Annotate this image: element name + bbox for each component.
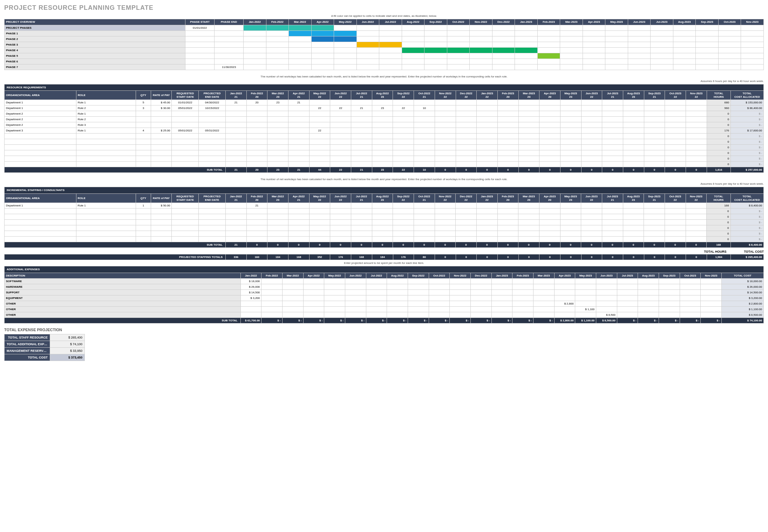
workday-cell[interactable] bbox=[581, 139, 602, 145]
workday-cell[interactable] bbox=[372, 122, 393, 128]
expense-cell[interactable] bbox=[282, 301, 303, 307]
gantt-cell[interactable] bbox=[605, 53, 628, 59]
expense-cell[interactable] bbox=[659, 290, 680, 295]
workday-cell[interactable] bbox=[288, 117, 310, 122]
gantt-cell[interactable] bbox=[379, 64, 402, 70]
gantt-cell[interactable] bbox=[628, 42, 651, 47]
workday-cell[interactable] bbox=[518, 214, 539, 220]
workday-cell[interactable] bbox=[686, 105, 707, 111]
gantt-cell[interactable] bbox=[537, 30, 560, 36]
workday-cell[interactable] bbox=[288, 139, 310, 145]
workday-cell[interactable] bbox=[456, 111, 477, 117]
expense-cell[interactable] bbox=[282, 290, 303, 295]
workday-cell[interactable] bbox=[372, 162, 393, 167]
expense-cell[interactable] bbox=[261, 307, 283, 312]
rate-cell[interactable] bbox=[151, 225, 172, 231]
expense-cell[interactable] bbox=[533, 279, 555, 284]
workday-cell[interactable] bbox=[351, 231, 372, 237]
workday-cell[interactable] bbox=[518, 231, 539, 237]
workday-cell[interactable] bbox=[665, 220, 686, 225]
workday-cell[interactable] bbox=[246, 122, 267, 128]
gantt-cell[interactable] bbox=[651, 53, 673, 59]
role-cell[interactable]: Role 1 bbox=[76, 128, 136, 134]
workday-cell[interactable] bbox=[539, 214, 560, 220]
workday-cell[interactable] bbox=[246, 111, 267, 117]
workday-cell[interactable] bbox=[456, 231, 477, 237]
gantt-cell[interactable] bbox=[266, 64, 289, 70]
workday-cell[interactable] bbox=[477, 122, 498, 128]
workday-cell[interactable] bbox=[539, 122, 560, 128]
workday-cell[interactable] bbox=[330, 231, 351, 237]
gantt-cell[interactable] bbox=[515, 59, 538, 64]
workday-cell[interactable] bbox=[602, 139, 623, 145]
gantt-cell[interactable] bbox=[244, 30, 266, 36]
org-cell[interactable]: Department 2 bbox=[5, 111, 76, 117]
req-cell[interactable] bbox=[172, 150, 199, 156]
expense-cell[interactable] bbox=[345, 279, 366, 284]
gantt-cell[interactable] bbox=[334, 64, 357, 70]
gantt-cell[interactable] bbox=[718, 36, 741, 42]
expense-cell[interactable] bbox=[450, 301, 471, 307]
workday-cell[interactable] bbox=[497, 162, 518, 167]
workday-cell[interactable] bbox=[686, 134, 707, 139]
workday-cell[interactable] bbox=[456, 100, 477, 105]
gantt-cell[interactable] bbox=[605, 42, 628, 47]
workday-cell[interactable] bbox=[497, 156, 518, 162]
workday-cell[interactable] bbox=[246, 105, 267, 111]
workday-cell[interactable] bbox=[267, 225, 288, 231]
proj-cell[interactable] bbox=[199, 237, 226, 242]
workday-cell[interactable] bbox=[581, 150, 602, 156]
expense-cell[interactable] bbox=[701, 284, 722, 290]
workday-cell[interactable] bbox=[665, 134, 686, 139]
expense-cell[interactable] bbox=[345, 295, 366, 301]
workday-cell[interactable] bbox=[393, 150, 414, 156]
workday-cell[interactable] bbox=[581, 111, 602, 117]
org-cell[interactable] bbox=[5, 214, 76, 220]
gantt-cell[interactable] bbox=[266, 59, 289, 64]
gantt-cell[interactable] bbox=[583, 36, 605, 42]
expense-cell[interactable] bbox=[617, 301, 638, 307]
workday-cell[interactable] bbox=[686, 162, 707, 167]
req-cell[interactable] bbox=[172, 220, 199, 225]
expense-cell[interactable] bbox=[512, 284, 533, 290]
workday-cell[interactable] bbox=[246, 145, 267, 150]
req-cell[interactable] bbox=[172, 214, 199, 220]
workday-cell[interactable] bbox=[644, 134, 665, 139]
expense-cell[interactable] bbox=[659, 284, 680, 290]
gantt-cell[interactable] bbox=[356, 47, 379, 53]
role-cell[interactable]: Role 2 bbox=[76, 105, 136, 111]
expense-cell[interactable] bbox=[471, 290, 492, 295]
gantt-cell[interactable] bbox=[651, 30, 673, 36]
workday-cell[interactable] bbox=[686, 145, 707, 150]
workday-cell[interactable] bbox=[246, 139, 267, 145]
org-cell[interactable] bbox=[5, 231, 76, 237]
workday-cell[interactable] bbox=[665, 139, 686, 145]
workday-cell[interactable] bbox=[435, 105, 456, 111]
expense-cell[interactable] bbox=[408, 284, 429, 290]
rate-cell[interactable] bbox=[151, 122, 172, 128]
workday-cell[interactable] bbox=[581, 117, 602, 122]
workday-cell[interactable] bbox=[414, 209, 435, 214]
expense-cell[interactable] bbox=[533, 284, 555, 290]
workday-cell[interactable] bbox=[581, 122, 602, 128]
workday-cell[interactable] bbox=[497, 145, 518, 150]
gantt-cell[interactable] bbox=[515, 25, 538, 30]
qty-cell[interactable] bbox=[136, 139, 151, 145]
expense-cell[interactable] bbox=[429, 279, 450, 284]
expense-cell[interactable] bbox=[345, 290, 366, 295]
role-cell[interactable] bbox=[76, 237, 136, 242]
req-cell[interactable] bbox=[172, 139, 199, 145]
workday-cell[interactable] bbox=[372, 214, 393, 220]
workday-cell[interactable] bbox=[435, 117, 456, 122]
workday-cell[interactable] bbox=[456, 162, 477, 167]
workday-cell[interactable] bbox=[456, 214, 477, 220]
rate-cell[interactable] bbox=[151, 162, 172, 167]
expense-cell[interactable] bbox=[345, 312, 366, 318]
role-cell[interactable] bbox=[76, 134, 136, 139]
workday-cell[interactable] bbox=[539, 162, 560, 167]
role-cell[interactable]: Role 1 bbox=[76, 111, 136, 117]
gantt-cell[interactable] bbox=[379, 47, 402, 53]
expense-cell[interactable] bbox=[366, 301, 387, 307]
gantt-cell[interactable] bbox=[402, 59, 424, 64]
expense-cell[interactable] bbox=[366, 307, 387, 312]
